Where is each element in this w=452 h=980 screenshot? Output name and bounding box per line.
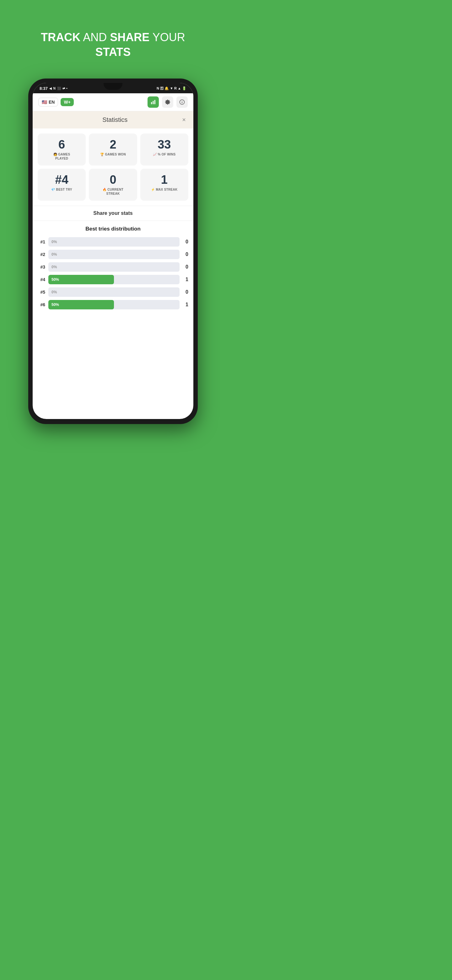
dist-bar-bg-0: 0%: [48, 237, 179, 247]
stat-card-5: 1 ⚡ MAX STREAK: [140, 169, 188, 201]
hero-track: TRACK: [41, 31, 80, 44]
hero-and: AND: [83, 31, 107, 44]
share-stats-button[interactable]: Share your stats: [33, 206, 193, 221]
stat-value-4: 0: [109, 174, 116, 186]
stat-label-4: 🔥 CURRENTSTREAK: [103, 188, 123, 196]
dist-bar-percent-5: 50%: [51, 302, 59, 307]
dist-row-3: #450%1: [38, 275, 188, 284]
distribution-section: Best tries distribution #10%0#20%0#30%0#…: [33, 221, 193, 318]
stat-card-0: 6 🧑 GAMESPLAYED: [38, 134, 86, 165]
dist-row-label-2: #3: [38, 264, 45, 269]
stat-label-2: 📈 % OF WINS: [153, 152, 176, 156]
stats-grid: 6 🧑 GAMESPLAYED 2 🏆 GAMES WON 33 📈 % OF …: [33, 129, 193, 206]
svg-rect-1: [153, 101, 154, 104]
dist-row-1: #20%0: [38, 250, 188, 259]
dist-bar-fill-5: 50%: [48, 300, 114, 309]
phone-screen: 8:37 ◀ N ⬛ ⇄ • N ⚿ 🔔 ▼ R ▲ 🔋 🇺🇸 EN W+: [33, 83, 193, 419]
dist-row-label-3: #4: [38, 277, 45, 282]
dist-count-5: 1: [183, 302, 188, 307]
dist-row-0: #10%0: [38, 237, 188, 247]
w-plus-badge[interactable]: W+: [60, 98, 73, 106]
status-left-icons: ◀ N ⬛ ⇄ •: [49, 87, 68, 90]
distribution-rows: #10%0#20%0#30%0#450%1#50%0#650%1: [38, 237, 188, 309]
phone-frame: 8:37 ◀ N ⬛ ⇄ • N ⚿ 🔔 ▼ R ▲ 🔋 🇺🇸 EN W+: [28, 78, 198, 424]
stat-label-0: 🧑 GAMESPLAYED: [53, 152, 70, 161]
dist-count-2: 0: [183, 264, 188, 270]
dist-bar-bg-4: 0%: [48, 287, 179, 297]
settings-icon-button[interactable]: [162, 96, 173, 108]
stat-value-2: 33: [157, 138, 171, 150]
flag-icon: 🇺🇸: [42, 100, 47, 105]
stat-value-5: 1: [161, 174, 168, 186]
dist-row-2: #30%0: [38, 262, 188, 272]
hero-share: SHARE: [110, 31, 149, 44]
app-bar: 🇺🇸 EN W+: [33, 93, 193, 111]
statistics-header: Statistics ×: [33, 111, 193, 129]
dist-count-4: 0: [183, 289, 188, 295]
language-selector[interactable]: 🇺🇸 EN: [38, 98, 58, 107]
dist-row-label-5: #6: [38, 302, 45, 307]
svg-rect-0: [151, 102, 152, 104]
stats-icon-button[interactable]: [147, 96, 159, 108]
app-bar-right: [147, 96, 188, 108]
dist-row-label-4: #5: [38, 290, 45, 294]
dist-row-label-0: #1: [38, 239, 45, 244]
bottom-space: [33, 318, 193, 343]
close-button[interactable]: ×: [182, 116, 186, 123]
dist-bar-percent-3: 50%: [51, 277, 59, 282]
dist-bar-percent-2: 0%: [51, 265, 57, 269]
stat-value-1: 2: [109, 138, 116, 150]
dist-bar-bg-3: 50%: [48, 275, 179, 284]
stat-label-5: ⚡ MAX STREAK: [151, 188, 178, 192]
statistics-title: Statistics: [48, 116, 182, 123]
dist-bar-bg-2: 0%: [48, 262, 179, 272]
dist-row-5: #650%1: [38, 300, 188, 309]
stat-card-2: 33 📈 % OF WINS: [140, 134, 188, 165]
dist-bar-percent-1: 0%: [51, 252, 57, 257]
dist-bar-bg-5: 50%: [48, 300, 179, 309]
distribution-title: Best tries distribution: [38, 226, 188, 232]
dist-bar-bg-1: 0%: [48, 250, 179, 259]
dist-bar-fill-3: 50%: [48, 275, 114, 284]
hero-your: YOUR: [152, 31, 185, 44]
stat-card-1: 2 🏆 GAMES WON: [89, 134, 137, 165]
stat-value-3: #4: [55, 174, 68, 186]
dist-bar-percent-0: 0%: [51, 240, 57, 244]
status-time: 8:37: [40, 86, 48, 91]
phone-notch: [103, 83, 122, 90]
stat-label-1: 🏆 GAMES WON: [100, 152, 126, 156]
stat-value-0: 6: [59, 138, 65, 150]
dist-count-3: 1: [183, 277, 188, 282]
stat-card-3: #4 💎 BEST TRY: [38, 169, 86, 201]
status-left: 8:37 ◀ N ⬛ ⇄ •: [40, 86, 68, 91]
hero-stats: STATS: [95, 46, 131, 59]
hero-section: TRACK AND SHARE YOUR STATS: [41, 15, 185, 69]
app-bar-left: 🇺🇸 EN W+: [38, 98, 74, 107]
lang-code: EN: [49, 100, 55, 105]
status-right-icons: N ⚿ 🔔 ▼ R ▲ 🔋: [157, 86, 186, 91]
dist-count-1: 0: [183, 251, 188, 257]
dist-row-4: #50%0: [38, 287, 188, 297]
dist-count-0: 0: [183, 239, 188, 245]
info-icon-button[interactable]: [176, 96, 188, 108]
dist-row-label-1: #2: [38, 252, 45, 257]
stat-label-3: 💎 BEST TRY: [51, 188, 72, 192]
svg-rect-2: [154, 100, 155, 104]
dist-bar-percent-4: 0%: [51, 290, 57, 294]
stat-card-4: 0 🔥 CURRENTSTREAK: [89, 169, 137, 201]
